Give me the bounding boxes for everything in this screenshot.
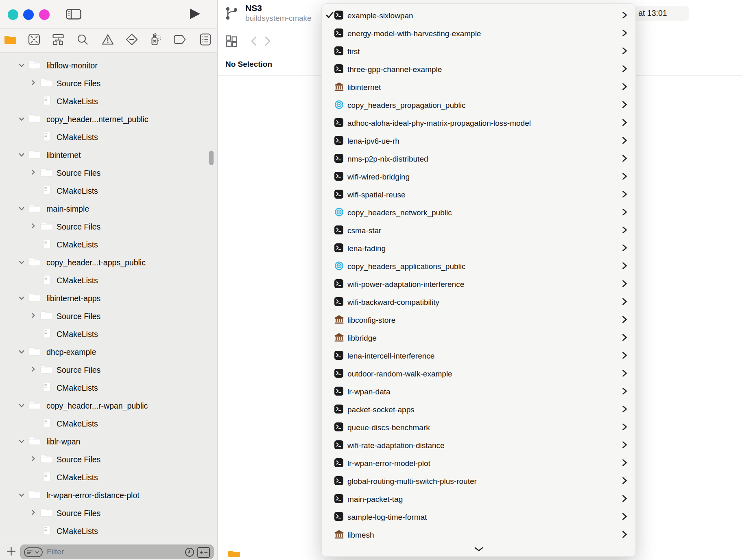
add-button[interactable] [7, 547, 16, 558]
scheme-menu-item[interactable]: adhoc-aloha-ideal-phy-matrix-propagation… [322, 114, 635, 132]
sidebar-toggle-icon[interactable] [66, 9, 81, 21]
submenu-chevron-icon[interactable] [622, 11, 627, 21]
tree-row[interactable]: CMakeLists [0, 325, 217, 343]
filter-input[interactable]: Filter [20, 545, 214, 559]
tree-row[interactable]: CMakeLists [0, 415, 217, 433]
submenu-chevron-icon[interactable] [622, 477, 627, 486]
forward-button[interactable] [265, 36, 271, 48]
tree-row[interactable]: Source Files [0, 74, 217, 92]
scheme-menu-item[interactable]: libmesh [322, 526, 635, 544]
plus-minus-box-icon[interactable] [197, 547, 210, 560]
recents-clock-icon[interactable] [185, 547, 194, 559]
debug-navigator-tab-spray-icon[interactable] [150, 33, 162, 47]
scheme-menu-item[interactable]: first [322, 43, 635, 61]
submenu-chevron-icon[interactable] [622, 101, 627, 110]
submenu-chevron-icon[interactable] [622, 83, 627, 92]
tree-row[interactable]: Source Files [0, 218, 217, 236]
submenu-chevron-icon[interactable] [622, 370, 627, 379]
breadcrumb-folder-icon[interactable] [228, 550, 240, 559]
scheme-menu-item[interactable]: wifi-backward-compatibility [322, 293, 635, 311]
submenu-chevron-icon[interactable] [622, 405, 627, 415]
submenu-chevron-icon[interactable] [622, 208, 627, 218]
submenu-chevron-icon[interactable] [622, 190, 627, 200]
disclosure-collapsed-icon[interactable] [31, 223, 35, 230]
tree-row[interactable]: dhcp-example [0, 343, 217, 361]
scheme-menu-item[interactable]: libconfig-store [322, 311, 635, 329]
tree-row[interactable]: CMakeLists [0, 128, 217, 146]
disclosure-collapsed-icon[interactable] [31, 313, 35, 320]
tree-row[interactable]: CMakeLists [0, 522, 217, 540]
scheme-menu-item[interactable]: global-routing-multi-switch-plus-router [322, 472, 635, 490]
disclosure-collapsed-icon[interactable] [31, 80, 35, 87]
disclosure-collapsed-icon[interactable] [31, 510, 35, 517]
filter-menu-icon[interactable] [24, 547, 43, 559]
scheme-menu-item[interactable]: lr-wpan-error-model-plot [322, 455, 635, 472]
submenu-chevron-icon[interactable] [622, 316, 627, 325]
tree-row[interactable]: CMakeLists [0, 468, 217, 486]
disclosure-expanded-icon[interactable] [19, 205, 24, 212]
related-items-grid-icon[interactable] [226, 35, 237, 48]
submenu-chevron-icon[interactable] [622, 173, 627, 182]
disclosure-expanded-icon[interactable] [19, 295, 24, 302]
report-navigator-tab-report-list-icon[interactable] [200, 33, 211, 47]
scheme-menu-item[interactable]: libinternet [322, 79, 635, 96]
tree-row[interactable]: Source Files [0, 451, 217, 468]
tree-row[interactable]: libflow-monitor [0, 57, 217, 74]
tree-row[interactable]: copy_header...t-apps_public [0, 254, 217, 271]
issue-navigator-tab-warning-triangle-icon[interactable] [102, 34, 114, 47]
scheme-menu-item[interactable]: lr-wpan-data [322, 383, 635, 401]
tree-row[interactable]: copy_header...nternet_public [0, 110, 217, 128]
disclosure-collapsed-icon[interactable] [31, 169, 35, 177]
project-navigator-tab-folder-icon[interactable] [4, 35, 16, 46]
tree-row[interactable]: libinternet-apps [0, 289, 217, 307]
scheme-menu-item[interactable]: three-gpp-channel-example [322, 61, 635, 79]
tree-row[interactable]: CMakeLists [0, 182, 217, 200]
scheme-menu-item[interactable]: queue-discs-benchmark [322, 419, 635, 437]
tree-row[interactable]: copy_header...r-wpan_public [0, 397, 217, 415]
tree-row[interactable]: CMakeLists [0, 236, 217, 254]
scheme-menu-item[interactable]: outdoor-random-walk-example [322, 365, 635, 383]
submenu-chevron-icon[interactable] [622, 47, 627, 57]
source-control-navigator-tab-xmark-square-icon[interactable] [28, 34, 40, 47]
submenu-chevron-icon[interactable] [622, 119, 627, 128]
submenu-chevron-icon[interactable] [622, 423, 627, 433]
scheme-menu-item[interactable]: packet-socket-apps [322, 401, 635, 419]
submenu-chevron-icon[interactable] [622, 226, 627, 236]
submenu-chevron-icon[interactable] [622, 531, 627, 540]
disclosure-expanded-icon[interactable] [19, 402, 24, 409]
disclosure-expanded-icon[interactable] [19, 151, 24, 159]
scheme-menu-item[interactable]: main-packet-tag [322, 490, 635, 508]
submenu-chevron-icon[interactable] [622, 155, 627, 164]
tree-row[interactable]: CMakeLists [0, 271, 217, 289]
submenu-chevron-icon[interactable] [622, 137, 627, 146]
disclosure-collapsed-icon[interactable] [31, 456, 35, 463]
submenu-chevron-icon[interactable] [622, 441, 627, 451]
submenu-chevron-icon[interactable] [622, 334, 627, 343]
scheme-menu-item[interactable]: copy_headers_applications_public [322, 258, 635, 276]
scheme-menu-item[interactable]: lena-intercell-interference [322, 347, 635, 365]
scheme-menu-item[interactable]: wifi-rate-adaptation-distance [322, 437, 635, 455]
activity-status-pill[interactable]: y at 13:01 [630, 6, 689, 21]
submenu-chevron-icon[interactable] [622, 387, 627, 397]
submenu-chevron-icon[interactable] [622, 262, 627, 271]
scheme-menu-item[interactable]: copy_headers_network_public [322, 204, 635, 222]
scheme-menu-item[interactable]: lena-fading [322, 240, 635, 258]
disclosure-expanded-icon[interactable] [19, 259, 24, 266]
disclosure-expanded-icon[interactable] [19, 492, 24, 499]
submenu-chevron-icon[interactable] [622, 495, 627, 504]
disclosure-expanded-icon[interactable] [19, 116, 24, 123]
submenu-chevron-icon[interactable] [622, 29, 627, 39]
scheme-menu-item[interactable]: nms-p2p-nix-distributed [322, 150, 635, 168]
submenu-chevron-icon[interactable] [622, 352, 627, 361]
tree-row[interactable]: libinternet [0, 146, 217, 164]
tree-row[interactable]: Source Files [0, 164, 217, 182]
traffic-light-close[interactable] [8, 9, 18, 20]
sidebar-scrollbar[interactable] [209, 151, 214, 165]
tree-row[interactable]: lr-wpan-error-distance-plot [0, 486, 217, 504]
scheme-menu-item[interactable]: copy_headers_propagation_public [322, 96, 635, 114]
disclosure-expanded-icon[interactable] [19, 348, 24, 356]
tree-row[interactable]: Source Files [0, 307, 217, 325]
tree-row[interactable]: CMakeLists [0, 92, 217, 110]
traffic-light-zoom[interactable] [39, 9, 50, 20]
test-navigator-tab-diamond-minus-icon[interactable] [126, 34, 138, 47]
